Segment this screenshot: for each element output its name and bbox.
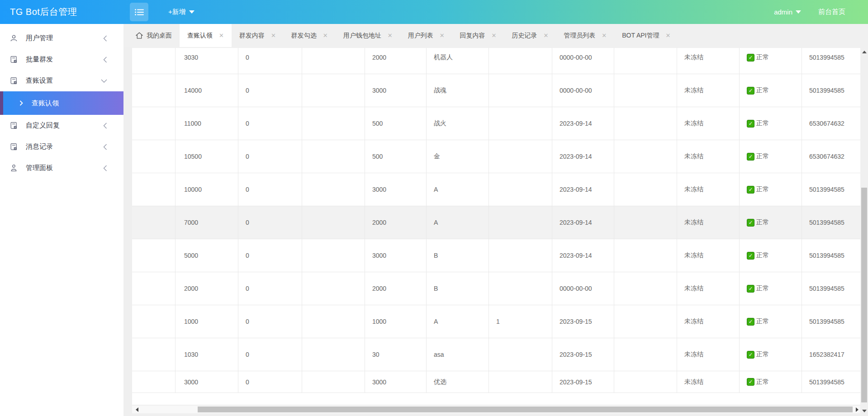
cell-status: ✓正常 [740, 338, 802, 371]
table-row[interactable]: 200002000B0000-00-00未冻结✓正常5013994585 [132, 272, 861, 305]
cell-name: asa [427, 338, 489, 371]
cell-date: 2023-09-14 [552, 239, 614, 272]
cell-extra [489, 206, 552, 239]
sidebar-item-user-management[interactable]: 用户管理 [0, 28, 123, 49]
tab-broadcast-select[interactable]: 群发勾选✕ [284, 24, 336, 47]
scroll-left-arrow-icon[interactable] [133, 406, 141, 413]
cell-name: 战火 [427, 107, 489, 140]
sidebar-item-label: 自定义回复 [26, 121, 60, 130]
cell-c9 [614, 107, 677, 140]
cell-quota: 2000 [365, 48, 427, 74]
cell-c4 [302, 272, 365, 305]
cell-date: 2023-09-15 [552, 305, 614, 338]
sidebar-item-label: 用户管理 [26, 34, 53, 43]
cell-c9 [614, 74, 677, 107]
cell-c4 [302, 48, 365, 74]
check-ok-icon: ✓ [747, 252, 754, 260]
cell-quota: 3000 [365, 371, 427, 392]
check-ok-icon: ✓ [747, 378, 754, 386]
close-icon[interactable]: ✕ [492, 33, 497, 38]
sidebar-item-custom-reply[interactable]: 自定义回复 [0, 115, 123, 136]
cell-status: ✓正常 [740, 74, 802, 107]
cell-zero: 0 [238, 272, 302, 305]
table-row[interactable]: 105000500金2023-09-14未冻结✓正常6530674632 [132, 140, 861, 173]
table-row[interactable]: 1400003000战魂0000-00-00未冻结✓正常5013994585 [132, 74, 861, 107]
tab-desktop[interactable]: 我的桌面 [128, 24, 180, 47]
tab-user-list[interactable]: 用户列表✕ [400, 24, 452, 47]
tab-reply-content[interactable]: 回复内容✕ [452, 24, 504, 47]
hamburger-icon [135, 9, 144, 16]
tab-user-wallet-address[interactable]: 用户钱包地址✕ [336, 24, 400, 47]
close-icon[interactable]: ✕ [665, 33, 670, 38]
sidebar-item-label: 查账设置 [26, 76, 53, 85]
close-icon[interactable]: ✕ [543, 33, 548, 38]
cell-c9 [614, 48, 677, 74]
cell-extra [489, 239, 552, 272]
table-row[interactable]: 300003000优选2023-09-15未冻结✓正常5013994585 [132, 371, 861, 393]
add-new-button[interactable]: +新增 [168, 8, 194, 16]
cell-quota: 500 [365, 107, 427, 140]
admin-user-menu[interactable]: admin [774, 8, 801, 16]
table-row[interactable]: 1000003000A2023-09-14未冻结✓正常5013994585 [132, 173, 861, 206]
chevron-left-icon [103, 123, 107, 129]
tab-broadcast-content[interactable]: 群发内容✕ [232, 24, 284, 47]
tab-audit-claim[interactable]: 查账认领✕ [180, 24, 232, 47]
sidebar-item-admin-panel[interactable]: 管理面板 [0, 157, 123, 179]
sidebar-item-message-log[interactable]: 消息记录 [0, 136, 123, 157]
vertical-scrollbar[interactable] [860, 47, 868, 416]
close-icon[interactable]: ✕ [440, 33, 445, 38]
close-icon[interactable]: ✕ [219, 33, 224, 38]
cell-extra [489, 272, 552, 305]
check-ok-icon: ✓ [747, 153, 754, 161]
close-icon[interactable]: ✕ [388, 33, 393, 38]
tab-history[interactable]: 历史记录✕ [504, 24, 556, 47]
cell-quota: 3000 [365, 239, 427, 272]
tab-label: 用户钱包地址 [343, 32, 381, 40]
table-row[interactable]: 500003000B2023-09-14未冻结✓正常5013994585 [132, 239, 861, 272]
cell-status: ✓正常 [740, 140, 802, 173]
table-row[interactable]: 100001000A12023-09-15未冻结✓正常5013994585 [132, 305, 861, 338]
cell-c1 [132, 272, 175, 305]
cell-date: 2023-09-15 [552, 371, 614, 392]
table-body: 303002000机器人0000-00-00未冻结✓正常501399458514… [132, 48, 861, 393]
status-label: 正常 [756, 152, 769, 161]
sidebar-item-label: 管理面板 [26, 164, 53, 172]
tab-admin-list[interactable]: 管理员列表✕ [556, 24, 614, 47]
frontend-home-link[interactable]: 前台首页 [818, 8, 845, 16]
tab-bot-api[interactable]: BOT API管理✕ [614, 24, 678, 47]
scroll-up-arrow-icon[interactable] [860, 48, 868, 56]
close-icon[interactable]: ✕ [323, 33, 328, 38]
cell-amount: 3000 [175, 371, 238, 392]
tab-label: 用户列表 [408, 32, 433, 40]
close-icon[interactable]: ✕ [271, 33, 276, 38]
cell-c4 [302, 74, 365, 107]
sidebar-item-batch-broadcast[interactable]: 批量群发 [0, 49, 123, 70]
add-new-label: +新增 [168, 8, 186, 16]
table-row[interactable]: 1030030asa2023-09-15未冻结✓正常1652382417 [132, 338, 861, 371]
scroll-down-arrow-icon[interactable] [860, 407, 868, 415]
cell-extra [489, 48, 552, 74]
scroll-right-arrow-icon[interactable] [853, 406, 861, 413]
table-row[interactable]: 303002000机器人0000-00-00未冻结✓正常5013994585 [132, 48, 861, 74]
sidebar-item-audit-settings[interactable]: 查账设置 [0, 70, 123, 91]
horizontal-scrollbar-thumb[interactable] [198, 407, 853, 412]
cell-c4 [302, 305, 365, 338]
table-row[interactable]: 700002000A2023-09-14未冻结✓正常5013994585 [132, 206, 861, 239]
cell-extra [489, 74, 552, 107]
vertical-scrollbar-thumb[interactable] [861, 188, 867, 402]
cell-amount: 1000 [175, 305, 238, 338]
cell-tgid: 5013994585 [802, 239, 861, 272]
sidebar-toggle-button[interactable] [130, 3, 148, 21]
table-row[interactable]: 110000500战火2023-09-14未冻结✓正常6530674632 [132, 107, 861, 140]
horizontal-scrollbar[interactable] [132, 406, 861, 413]
cell-extra [489, 371, 552, 392]
cell-c9 [614, 371, 677, 392]
check-ok-icon: ✓ [747, 186, 754, 194]
close-icon[interactable]: ✕ [602, 33, 607, 38]
status-label: 正常 [756, 317, 769, 326]
cell-tgid: 6530674632 [802, 140, 861, 173]
sidebar-item-label: 批量群发 [26, 55, 53, 64]
cell-status: ✓正常 [740, 371, 802, 392]
cell-frozen: 未冻结 [677, 74, 740, 107]
sidebar-subitem-audit-claim-active[interactable]: 查账认领 [0, 91, 123, 115]
